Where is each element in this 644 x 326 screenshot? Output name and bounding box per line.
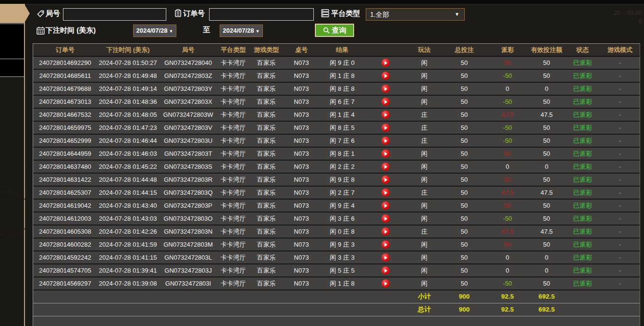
limit-watermark-line2: 0 [614,17,642,26]
cell-table-number: N073 [284,213,319,225]
play-triangle-icon [384,178,387,182]
date-from-picker[interactable]: 2024/07/28▼ [133,25,176,37]
table-row: 240728014659975 2024-07-28 01:47:23 GN07… [33,122,640,135]
cell-table-number: N073 [284,277,319,289]
replay-video-icon[interactable] [382,188,390,197]
calendar-icon [36,26,45,35]
header-game-mode: 游戏模式 [600,44,640,56]
replay-video-icon[interactable] [382,240,390,249]
cell-total-bet: 50 [442,57,487,69]
replay-video-icon[interactable] [382,279,390,288]
cell-platform-type: 卡卡湾厅 [217,200,249,212]
grand-total-row: 总计 900 92.5 692.5 [33,303,640,316]
cell-game-type: 百家乐 [249,251,284,263]
cell-table-number: N073 [284,122,319,134]
cell-game-mode: - [600,200,640,212]
replay-video-icon[interactable] [382,163,390,171]
cell-replay [365,148,407,160]
cell-payout: -50 [487,135,529,147]
sidebar-item-3[interactable] [0,41,24,59]
cell-status: 已派彩 [565,109,600,121]
cell-game-mode: - [600,83,640,95]
replay-video-icon[interactable] [382,137,390,145]
query-button[interactable]: 查询 [315,24,354,37]
play-triangle-icon [384,165,387,169]
platform-type-select[interactable]: 1.全部 ▼ [366,8,465,21]
cell-platform-type: 卡卡湾厅 [217,226,249,238]
cell-platform-type: 卡卡湾厅 [217,83,249,95]
sidebar-item-4[interactable] [0,59,24,77]
table-row: 240728014592242 2024-07-28 01:41:15 GN07… [33,251,640,264]
table-empty-area [33,316,640,326]
cell-total-bet: 50 [442,251,487,263]
cell-payout: 0 [487,264,529,276]
sidebar-item-2[interactable] [0,24,24,42]
cell-total-bet: 50 [442,70,487,82]
replay-video-icon[interactable] [382,111,390,119]
table-row: 240728014605308 2024-07-28 01:42:26 GN07… [33,226,640,238]
replay-video-icon[interactable] [382,227,390,236]
cell-table-number: N073 [284,251,319,263]
table-row: 240728014569297 2024-07-28 01:39:08 GN07… [33,277,640,290]
order-number-input[interactable] [209,8,314,21]
date-from-value: 2024/07/28 [136,27,168,34]
cell-bet-time: 2024-07-28 01:41:59 [97,238,159,251]
replay-video-icon[interactable] [382,124,390,132]
table-header-row: 订单号 下注时间 (美东) 局号 平台类型 游戏类型 桌号 结果 玩法 总投注 … [33,44,640,57]
table-row: 240728014619042 2024-07-28 01:43:40 GN07… [33,200,640,213]
header-order-number: 订单号 [33,44,97,56]
cell-status: 已派彩 [565,135,600,147]
replay-video-icon[interactable] [382,85,390,93]
watermark-logo [0,191,31,237]
cell-order-number: 240728014685611 [33,70,97,82]
date-to-picker[interactable]: 2024/07/28▼ [220,25,263,37]
cell-game-type: 百家乐 [249,135,284,147]
limit-watermark: 20 - 20,00 0 [614,9,642,26]
replay-video-icon[interactable] [382,214,390,223]
cell-round-number: GN0732472803Q [159,187,218,199]
cell-play-type: 闲 [407,213,442,225]
cell-bet-time: 2024-07-28 01:46:44 [97,135,159,147]
cell-payout: 0 [487,251,529,263]
cell-round-number: GN0732472803Z [159,70,218,82]
replay-video-icon[interactable] [382,266,390,275]
grand-total-total-bet: 900 [442,303,487,316]
cell-game-mode: - [600,161,640,173]
play-triangle-icon [384,191,387,195]
replay-video-icon[interactable] [382,150,390,158]
cell-total-bet: 50 [442,161,487,173]
cell-payout: 47.5 [487,187,529,199]
cell-result: 闲 2 庄 2 [319,161,365,173]
cell-status: 已派彩 [565,148,600,160]
cell-valid-bet: 50 [528,200,565,212]
replay-video-icon[interactable] [382,176,390,184]
cell-round-number: GN0732472803O [159,213,218,225]
cell-result: 闲 0 庄 8 [319,226,365,238]
round-number-input[interactable] [63,8,166,21]
cell-platform-type: 卡卡湾厅 [217,96,249,108]
subtotal-valid-bet: 692.5 [528,290,565,303]
cell-round-number: GN0732472803M [159,238,218,251]
cell-play-type: 闲 [407,174,442,186]
replay-video-icon[interactable] [382,72,390,80]
bet-time-label: 下注时间 (美东) [46,26,96,35]
cell-table-number: N073 [284,135,319,147]
cell-game-mode: - [600,122,640,134]
cell-order-number: 240728014667532 [33,109,97,121]
cell-game-mode: - [600,264,640,276]
replay-video-icon[interactable] [382,98,390,106]
cell-round-number: GN0732472803R [159,174,218,186]
table-row: 240728014631422 2024-07-28 01:44:48 GN07… [33,174,640,187]
tag-icon [36,9,45,18]
cell-valid-bet: 0 [528,83,565,95]
table-row: 240728014692290 2024-07-28 01:50:27 GN07… [33,57,640,70]
table-row: 240728014637480 2024-07-28 01:45:22 GN07… [33,161,640,174]
header-play-type: 玩法 [407,44,442,56]
cell-payout: 50 [487,174,529,186]
replay-video-icon[interactable] [382,59,390,67]
replay-video-icon[interactable] [382,253,390,262]
cell-order-number: 240728014592242 [33,251,97,263]
cell-status: 已派彩 [565,238,600,251]
replay-video-icon[interactable] [382,201,390,210]
cell-replay [365,213,407,225]
